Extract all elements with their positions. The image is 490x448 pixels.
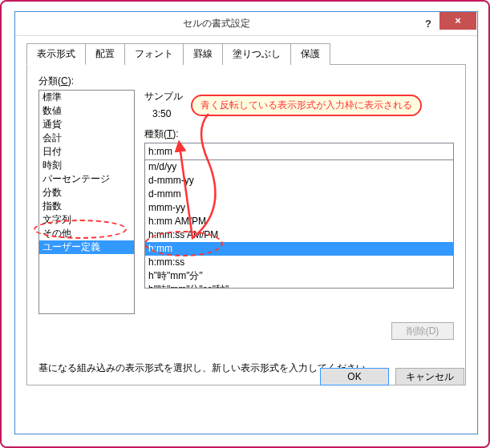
list-item[interactable]: h:mm:ss — [145, 256, 453, 269]
list-item[interactable]: 会計 — [39, 131, 134, 145]
right-pane: サンプル 3:50 種類(T): m/d/yy d-mmm-yy d-mmm m… — [144, 90, 454, 314]
list-item[interactable]: h:mm — [145, 242, 453, 256]
tab-alignment[interactable]: 配置 — [85, 43, 125, 65]
category-list[interactable]: 標準 数値 通貨 会計 日付 時刻 パーセンテージ 分数 指数 文字列 その他 … — [38, 90, 135, 314]
type-list[interactable]: m/d/yy d-mmm-yy d-mmm mmm-yy h:mm AM/PM … — [144, 160, 454, 289]
list-item[interactable]: mmm-yy — [145, 201, 453, 215]
list-item[interactable]: 時刻 — [39, 159, 134, 172]
close-button[interactable]: × — [439, 12, 476, 30]
list-item[interactable]: ユーザー定義 — [39, 240, 134, 254]
list-item[interactable]: 通貨 — [39, 118, 134, 131]
cancel-button[interactable]: キャンセル — [395, 368, 464, 385]
tab-font[interactable]: フォント — [124, 43, 184, 65]
tab-border[interactable]: 罫線 — [183, 43, 223, 65]
help-button[interactable]: ? — [417, 15, 439, 33]
list-item[interactable]: h:mm:ss AM/PM — [145, 228, 453, 242]
dialog-body: 表示形式 配置 フォント 罫線 塗りつぶし 保護 分類(C): 標準 数値 通貨… — [15, 36, 477, 397]
sample-value: 3:50 — [152, 108, 454, 119]
titlebar: セルの書式設定 ? × — [15, 12, 477, 36]
type-input[interactable] — [144, 143, 454, 160]
tab-fill[interactable]: 塗りつぶし — [222, 43, 291, 65]
category-label: 分類(C): — [38, 75, 454, 88]
tab-number-format[interactable]: 表示形式 — [26, 43, 86, 65]
dialog-buttons: OK キャンセル — [320, 368, 464, 385]
list-item[interactable]: 日付 — [39, 145, 134, 159]
list-item[interactable]: d-mmm-yy — [145, 174, 453, 188]
list-item[interactable]: 指数 — [39, 200, 134, 213]
list-item[interactable]: h:mm AM/PM — [145, 215, 453, 228]
cell-format-dialog: セルの書式設定 ? × 表示形式 配置 フォント 罫線 塗りつぶし 保護 分類(… — [14, 11, 478, 434]
list-item[interactable]: 数値 — [39, 104, 134, 118]
list-item[interactable]: d-mmm — [145, 188, 453, 201]
list-item[interactable]: パーセンテージ — [39, 172, 134, 186]
list-item[interactable]: m/d/yy — [145, 160, 453, 174]
delete-button[interactable]: 削除(D) — [391, 322, 454, 340]
columns: 標準 数値 通貨 会計 日付 時刻 パーセンテージ 分数 指数 文字列 その他 … — [38, 90, 454, 314]
close-icon: × — [455, 14, 461, 26]
list-item[interactable]: 文字列 — [39, 213, 134, 227]
list-item[interactable]: 標準 — [39, 91, 134, 104]
type-label: 種類(T): — [144, 127, 454, 141]
dialog-title: セルの書式設定 — [15, 17, 417, 30]
list-item[interactable]: h"時"mm"分" — [145, 269, 453, 283]
tab-protection[interactable]: 保護 — [290, 43, 330, 65]
list-item[interactable]: h"時"mm"分"ss"秒" — [145, 283, 453, 289]
tab-panel: 分類(C): 標準 数値 通貨 会計 日付 時刻 パーセンテージ 分数 指数 文… — [26, 65, 466, 385]
screenshot-frame: セルの書式設定 ? × 表示形式 配置 フォント 罫線 塗りつぶし 保護 分類(… — [0, 0, 490, 448]
tab-strip: 表示形式 配置 フォント 罫線 塗りつぶし 保護 — [26, 42, 466, 65]
list-item[interactable]: その他 — [39, 227, 134, 240]
ok-button[interactable]: OK — [320, 368, 389, 385]
sample-label: サンプル — [144, 90, 454, 103]
list-item[interactable]: 分数 — [39, 186, 134, 200]
